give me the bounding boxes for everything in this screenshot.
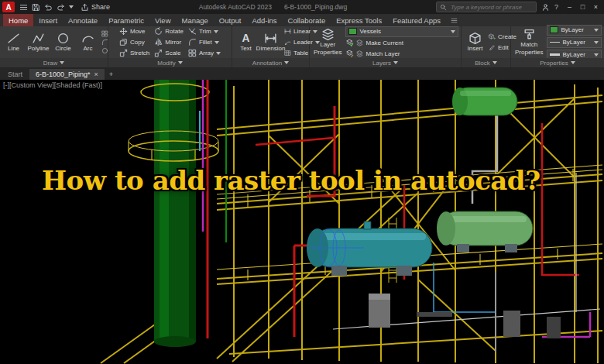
vessel-top[interactable] (452, 88, 517, 115)
redo-icon[interactable] (57, 3, 65, 12)
chevron-down-icon (594, 29, 599, 32)
match-layer-button[interactable]: Match Layer (345, 50, 458, 59)
line-button[interactable]: Line (2, 31, 25, 53)
tab-express-tools[interactable]: Express Tools (331, 14, 387, 26)
match-layer-icon (345, 50, 354, 58)
tab-add-ins[interactable]: Add-ins (246, 14, 282, 26)
search-input[interactable] (449, 3, 533, 12)
chevron-down-icon (594, 41, 599, 44)
scale-button[interactable]: Scale (154, 49, 184, 58)
menu-icon[interactable] (19, 3, 28, 12)
title-bar: A Share Autodesk AutoCAD 2023 6-B-1000_P… (0, 0, 604, 14)
tab-parametric[interactable]: Parametric (103, 14, 149, 26)
undo-icon[interactable] (44, 3, 53, 12)
model-viewport[interactable] (0, 80, 604, 364)
draw-panel-label[interactable]: Draw (0, 58, 108, 67)
mirror-button[interactable]: Mirror (154, 38, 184, 47)
stretch-button[interactable]: Stretch (119, 49, 149, 58)
linetype-dropdown[interactable]: ByLayer (547, 37, 602, 48)
properties-panel-label[interactable]: Properties (511, 58, 604, 67)
rotate-icon (154, 27, 163, 36)
polyline-label: Polyline (28, 46, 50, 53)
tab-featured-apps[interactable]: Featured Apps (387, 14, 446, 26)
autocad-app-button[interactable]: A (2, 2, 15, 12)
draw-extra-icon-3[interactable] (101, 47, 108, 54)
help-icon[interactable]: ? (554, 3, 558, 11)
tab-insert[interactable]: Insert (33, 14, 63, 26)
make-current-button[interactable]: Make Current (345, 39, 458, 48)
tab-home[interactable]: Home (3, 14, 33, 26)
viewport-menu-control[interactable]: [-] (3, 81, 9, 89)
polyline-icon (32, 32, 45, 45)
mirror-icon (154, 38, 163, 46)
circle-button[interactable]: Circle (52, 31, 74, 53)
share-button[interactable]: Share (81, 3, 110, 12)
file-tab-bar: Start 6-B-1000_Piping* × + (0, 68, 604, 80)
current-layer-name: Vessels (359, 28, 448, 35)
layer-properties-icon (321, 28, 335, 41)
scale-icon (154, 49, 163, 57)
dimension-button[interactable]: Dimension (259, 31, 282, 53)
new-tab-button[interactable]: + (105, 69, 117, 80)
annotation-panel-label[interactable]: Annotation (232, 58, 309, 67)
document-name: 6-B-1000_Piping.dwg (284, 3, 347, 11)
tab-annotate[interactable]: Annotate (63, 14, 103, 26)
match-properties-icon (523, 28, 536, 41)
tab-collaborate[interactable]: Collaborate (283, 14, 331, 26)
save-icon[interactable] (32, 3, 40, 12)
line-icon (7, 32, 20, 45)
layer-state-icon-1 (356, 39, 363, 46)
text-icon (239, 32, 252, 45)
viewport-shade-control[interactable]: [Shaded (Fast)] (54, 81, 102, 89)
help-search-box[interactable] (436, 2, 537, 12)
array-button[interactable]: Array (188, 49, 221, 58)
window-controls: – □ × (563, 3, 602, 11)
tab-start[interactable]: Start (2, 69, 29, 80)
match-properties-button[interactable]: Match Properties (513, 27, 544, 57)
qat-dropdown-icon[interactable] (69, 5, 74, 9)
copy-button[interactable]: Copy (119, 38, 149, 47)
app-name: Autodesk AutoCAD 2023 (199, 3, 272, 11)
tab-output[interactable]: Output (214, 14, 247, 26)
block-panel-label[interactable]: Block (462, 58, 510, 67)
arc-button[interactable]: Arc (77, 31, 99, 53)
object-color-dropdown[interactable]: ByLayer (547, 25, 602, 36)
modify-panel-label[interactable]: Modify (108, 58, 232, 67)
viewport-controls: [-] [Custom View] [Shaded (Fast)] (3, 81, 102, 89)
linetype-glyph (550, 42, 560, 43)
draw-extra-icon-1[interactable] (101, 30, 108, 37)
trim-button[interactable]: Trim (188, 27, 221, 36)
linetype-value: ByLayer (562, 39, 592, 46)
share-icon (81, 3, 89, 12)
share-label: Share (91, 3, 110, 11)
panel-draw: Line Polyline Circle Arc (0, 26, 108, 67)
make-current-icon (345, 39, 354, 47)
signin-person-icon[interactable] (541, 3, 550, 12)
minimize-button[interactable]: – (563, 3, 576, 11)
insert-button[interactable]: Insert (464, 31, 486, 53)
stretch-icon (119, 49, 128, 57)
tab-manage[interactable]: Manage (177, 14, 214, 26)
layers-panel-label[interactable]: Layers (310, 58, 461, 67)
ribbon-tab-bar: Home Insert Annotate Parametric View Man… (0, 14, 604, 26)
layer-properties-button[interactable]: Layer Properties (312, 27, 343, 57)
close-button[interactable]: × (589, 3, 602, 11)
polyline-button[interactable]: Polyline (27, 31, 50, 53)
rotate-button[interactable]: Rotate (154, 27, 184, 36)
draw-extra-icon-2[interactable] (101, 39, 108, 46)
move-button[interactable]: Move (119, 27, 149, 36)
text-button[interactable]: Text (235, 31, 257, 53)
chevron-down-icon (594, 53, 599, 57)
infocenter-icons: ? (541, 3, 558, 12)
tab-view[interactable]: View (149, 14, 176, 26)
panel-modify: Move Copy Stretch Rotate Mirror Scale Tr… (108, 26, 232, 67)
layer-dropdown[interactable]: Vessels (345, 26, 458, 37)
viewport-view-control[interactable]: [Custom View] (9, 81, 54, 89)
maximize-button[interactable]: □ (576, 3, 589, 11)
fillet-button[interactable]: Fillet (188, 38, 221, 47)
tab-drawing-active[interactable]: 6-B-1000_Piping* × (29, 69, 105, 80)
close-tab-icon[interactable]: × (94, 70, 98, 78)
fillet-icon (188, 38, 197, 46)
drawing-area[interactable]: [-] [Custom View] [Shaded (Fast)] How to… (0, 80, 604, 364)
ribbon-extra-icon[interactable] (446, 14, 462, 26)
